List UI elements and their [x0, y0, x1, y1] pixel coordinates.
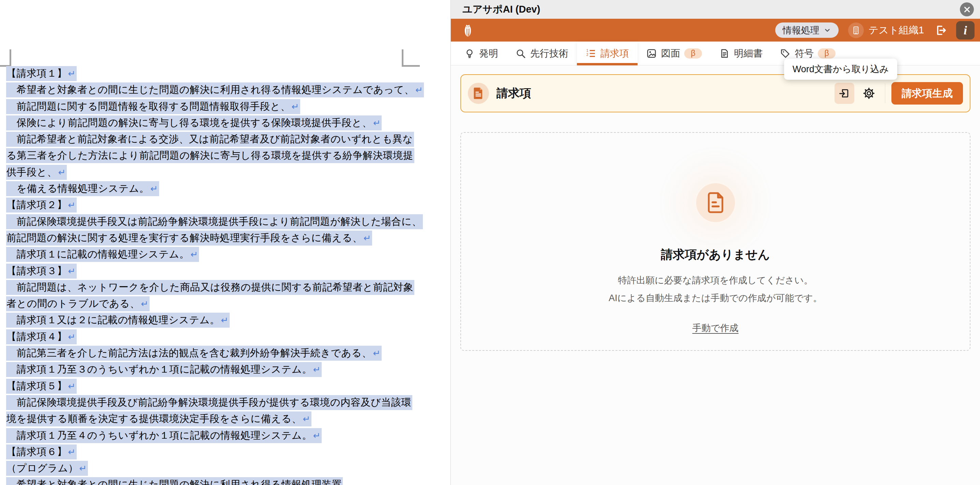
- selected-text-run: る第三者を介した方法により前記問題の解決に寄与し得る環境を提供する紛争解決環境提: [6, 148, 414, 163]
- selected-text-run: 【請求項５】↵: [6, 379, 77, 394]
- paragraph-return-mark: ↵: [313, 364, 321, 375]
- paragraph-return-mark: ↵: [68, 447, 76, 457]
- close-panel-button[interactable]: [960, 2, 974, 16]
- document-line: る第三者を介した方法により前記問題の解決に寄与し得る環境を提供する紛争解決環境提: [6, 149, 442, 165]
- paragraph-return-mark: ↵: [80, 463, 87, 474]
- info-button[interactable]: i: [956, 21, 975, 40]
- claims-card-title: 請求項: [496, 86, 531, 101]
- document-line: を備える情報処理システム。↵: [6, 182, 442, 198]
- empty-doc-badge: [696, 183, 735, 222]
- tab-specification[interactable]: 明細書: [711, 41, 771, 65]
- beta-badge: β: [818, 48, 835, 59]
- feature-tabbar: 発明 先行技術 1 2 請求項 図面 β: [451, 41, 980, 65]
- paragraph-return-mark: ↵: [141, 299, 149, 309]
- paragraph-return-mark: ↵: [313, 431, 321, 441]
- paragraph-return-mark: ↵: [68, 332, 76, 342]
- tab-label: 発明: [479, 47, 498, 60]
- document-line: 保険により前記問題の解決に寄与し得る環境を提供する保険環境提供手段と、↵: [6, 116, 442, 132]
- selected-text-run: 前記第三者を介した前記方法は法的観点を含む裁判外紛争解決手続きである、↵: [6, 346, 382, 361]
- close-icon: [963, 6, 971, 13]
- generate-claims-button[interactable]: 請求項生成: [891, 82, 963, 105]
- organization-name: テスト組織1: [869, 24, 924, 37]
- tab-label: 先行技術: [530, 47, 568, 60]
- tab-claims[interactable]: 1 2 請求項: [577, 41, 638, 65]
- paragraph-return-mark: ↵: [58, 167, 66, 177]
- selected-text-run: 請求項１又は２に記載の情報処理システム。↵: [6, 313, 230, 328]
- paragraph-return-mark: ↵: [191, 249, 198, 259]
- organization: テスト組織1: [848, 22, 924, 38]
- category-dropdown[interactable]: 情報処理: [775, 22, 838, 38]
- document-line: 【請求項６】↵: [6, 445, 442, 461]
- document-line: 【請求項５】↵: [6, 379, 442, 396]
- document-line: 請求項１乃至４のうちいずれか１項に記載の情報処理システム。↵: [6, 429, 442, 445]
- selected-text-run: 【請求項６】↵: [6, 444, 77, 460]
- lightbulb-icon: [464, 48, 475, 59]
- paragraph-return-mark: ↵: [373, 348, 380, 358]
- selected-text-run: 希望者と対象者との間に生じた問題の解決に利用され得る情報処理装置: [6, 477, 343, 485]
- selected-text-run: 境を提供する順番を決定する提供環境決定手段をさらに備える、↵: [6, 412, 312, 426]
- tab-label: 請求項: [600, 47, 629, 60]
- document-line: 【請求項１】↵: [6, 67, 442, 83]
- tab-invention[interactable]: 発明: [456, 41, 507, 65]
- logout-button[interactable]: [934, 24, 947, 37]
- document-line: 境を提供する順番を決定する提供環境決定手段をさらに備える、↵: [6, 412, 442, 428]
- paragraph-return-mark: ↵: [150, 184, 158, 194]
- ordered-list-icon: 1 2: [585, 48, 596, 59]
- logout-icon: [934, 24, 947, 37]
- paragraph-return-mark: ↵: [68, 68, 76, 79]
- empty-state-line2: AIによる自動生成または手動での作成が可能です。: [461, 289, 970, 307]
- selected-text-run: 前記保険環境提供手段又は前記紛争解決環境提供手段により前記問題が解決した場合に、: [6, 214, 423, 229]
- tab-label: 符号: [795, 47, 814, 60]
- claims-doc-icon: [473, 87, 484, 100]
- page-margin-corner-right: [402, 49, 420, 67]
- document-line: （プログラム）↵: [6, 461, 442, 478]
- tab-prior-art[interactable]: 先行技術: [507, 41, 577, 65]
- document-line: 【請求項４】↵: [6, 330, 442, 347]
- selected-text-run: （プログラム）↵: [6, 461, 88, 476]
- import-tooltip: Word文書から取り込み: [784, 59, 897, 80]
- paragraph-return-mark: ↵: [68, 266, 76, 276]
- document-line: 請求項１乃至３のうちいずれか１項に記載の情報処理システム。↵: [6, 363, 442, 379]
- selected-text-run: 請求項１乃至３のうちいずれか１項に記載の情報処理システム。↵: [6, 362, 322, 377]
- svg-text:2: 2: [586, 52, 589, 56]
- document-line: 請求項１に記載の情報処理システム。↵: [6, 248, 442, 264]
- category-dropdown-label: 情報処理: [783, 24, 819, 37]
- panel-title: ユアサポAI (Dev): [462, 3, 540, 16]
- paragraph-return-mark: ↵: [303, 414, 310, 424]
- app-header: 情報処理 テスト組織1: [451, 19, 980, 41]
- selected-text-run: 【請求項３】↵: [6, 264, 77, 278]
- paragraph-return-mark: ↵: [364, 233, 371, 243]
- document-icon: [719, 48, 730, 59]
- selected-text-run: 希望者と対象者との間に生じた問題の解決に利用され得る情報処理システムであって、↵: [6, 83, 424, 97]
- building-icon: [848, 22, 864, 38]
- claims-settings-button[interactable]: [859, 83, 879, 104]
- selected-text-run: 前記問題は、ネットワークを介した商品又は役務の提供に関する前記希望者と前記対象: [6, 280, 414, 295]
- empty-doc-icon: [706, 191, 725, 214]
- search-icon: [515, 48, 526, 59]
- paragraph-return-mark: ↵: [373, 118, 380, 128]
- page-margin-corner-left: [0, 49, 11, 67]
- tab-label: 図面: [661, 47, 680, 60]
- word-document-pane: 【請求項１】↵ 希望者と対象者との間に生じた問題の解決に利用され得る情報処理シス…: [0, 0, 450, 485]
- paragraph-return-mark: ↵: [292, 102, 299, 112]
- tag-icon: [780, 48, 791, 59]
- selected-text-run: 前記問題の解決に関する処理を実行する解決時処理実行手段をさらに備える、↵: [6, 231, 372, 246]
- selected-text-run: 前記希望者と前記対象者による交渉、又は前記希望者及び前記対象者のいずれとも異な: [6, 132, 414, 147]
- document-line: 者との間のトラブルである、↵: [6, 297, 442, 313]
- manual-create-link[interactable]: 手動で作成: [692, 322, 739, 334]
- selected-text-run: 【請求項１】↵: [6, 66, 77, 81]
- document-line: 請求項１又は２に記載の情報処理システム。↵: [6, 313, 442, 330]
- import-from-word-button[interactable]: [835, 83, 854, 104]
- document-line: 希望者と対象者との間に生じた問題の解決に利用され得る情報処理装置: [6, 478, 442, 485]
- svg-text:1: 1: [586, 48, 589, 52]
- claims-document-text[interactable]: 【請求項１】↵ 希望者と対象者との間に生じた問題の解決に利用され得る情報処理シス…: [6, 67, 442, 485]
- selected-text-run: 【請求項４】↵: [6, 329, 77, 344]
- selected-text-run: 【請求項２】↵: [6, 197, 77, 213]
- tab-drawings[interactable]: 図面 β: [638, 41, 711, 65]
- paragraph-return-mark: ↵: [221, 315, 228, 325]
- info-icon: i: [964, 23, 967, 37]
- document-line: 前記保険環境提供手段又は前記紛争解決環境提供手段により前記問題が解決した場合に、: [6, 215, 442, 231]
- owl-logo-icon: [462, 23, 473, 38]
- document-line: 希望者と対象者との間に生じた問題の解決に利用され得る情報処理システムであって、↵: [6, 83, 442, 99]
- claims-empty-state: 請求項がありません 特許出願に必要な請求項を作成してください。 AIによる自動生…: [460, 132, 970, 351]
